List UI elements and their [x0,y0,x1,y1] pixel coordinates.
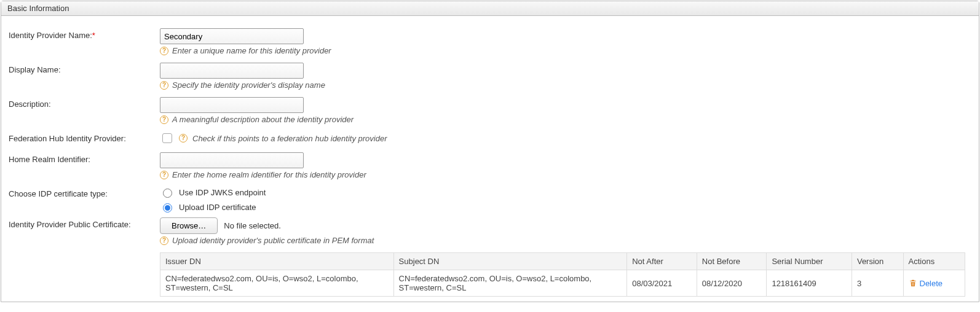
row-home-realm: Home Realm Identifier: ? Enter the home … [1,149,979,183]
browse-button[interactable]: Browse… [160,217,218,234]
row-idp-name: Identity Provider Name:* ? Enter a uniqu… [1,25,979,59]
row-description: Description: ? A meaningful description … [1,93,979,128]
form-body: Identity Provider Name:* ? Enter a uniqu… [1,16,979,302]
field-display-name: ? Specify the identity provider's displa… [160,63,971,90]
delete-action[interactable]: Delete [909,279,960,288]
radio-upload-item[interactable]: Upload IDP certificate [160,201,971,213]
help-icon[interactable]: ? [160,171,168,179]
label-idp-name: Identity Provider Name:* [9,28,160,40]
panel-title: Basic Information [1,1,979,16]
federation-hub-checkbox[interactable] [162,133,172,143]
hint-display-name: ? Specify the identity provider's displa… [160,80,971,90]
basic-information-panel: Basic Information Identity Provider Name… [1,1,979,302]
label-home-realm: Home Realm Identifier: [9,152,160,164]
field-home-realm: ? Enter the home realm identifier for th… [160,152,971,179]
cell-actions: Delete [903,270,965,297]
hint-home-realm-text: Enter the home realm identifier for this… [172,170,366,179]
cell-serial: 1218161409 [767,270,852,297]
col-subject-dn: Subject DN [393,253,627,270]
cert-table-header-row: Issuer DN Subject DN Not After Not Befor… [160,253,965,270]
radio-upload[interactable] [163,203,172,213]
no-file-label: No file selected. [224,221,281,230]
label-public-cert: Identity Provider Public Certificate: [9,217,160,229]
field-cert-type: Use IDP JWKS endpoint Upload IDP certifi… [160,187,971,213]
radio-jwks-item[interactable]: Use IDP JWKS endpoint [160,187,971,198]
row-public-cert: Identity Provider Public Certificate: Br… [1,216,979,249]
hint-display-name-text: Specify the identity provider's display … [172,80,325,90]
help-icon[interactable]: ? [160,81,168,90]
col-serial-number: Serial Number [767,253,852,270]
col-not-before: Not Before [697,253,767,270]
cell-not-before: 08/12/2020 [697,270,767,297]
radio-upload-label: Upload IDP certificate [179,203,256,212]
required-star-icon: * [92,31,95,40]
col-issuer-dn: Issuer DN [160,253,394,270]
help-icon[interactable]: ? [160,236,168,245]
home-realm-input[interactable] [160,152,304,168]
label-description: Description: [9,97,160,109]
cert-table: Issuer DN Subject DN Not After Not Befor… [160,252,965,297]
idp-name-input[interactable] [160,28,304,44]
hint-idp-name: ? Enter a unique name for this identity … [160,46,971,55]
hint-idp-name-text: Enter a unique name for this identity pr… [172,46,331,55]
cell-issuer-dn: CN=federatedwso2.com, OU=is, O=wso2, L=c… [160,270,394,297]
label-cert-type: Choose IDP certificate type: [9,187,160,198]
radio-jwks-label: Use IDP JWKS endpoint [179,188,266,197]
hint-federation-hub-text: Check if this points to a federation hub… [192,134,387,143]
label-display-name: Display Name: [9,63,160,74]
radio-jwks[interactable] [163,189,172,198]
help-icon[interactable]: ? [160,115,168,124]
row-display-name: Display Name: ? Specify the identity pro… [1,59,979,93]
hint-description: ? A meaningful description about the ide… [160,115,971,124]
table-row: CN=federatedwso2.com, OU=is, O=wso2, L=c… [160,270,965,297]
help-icon[interactable]: ? [160,47,168,55]
field-idp-name: ? Enter a unique name for this identity … [160,28,971,55]
col-actions: Actions [903,253,965,270]
row-cert-type: Choose IDP certificate type: Use IDP JWK… [1,183,979,216]
hint-public-cert-text: Upload identity provider's public certif… [172,236,374,245]
field-public-cert: Browse… No file selected. ? Upload ident… [160,217,971,245]
hint-home-realm: ? Enter the home realm identifier for th… [160,170,971,179]
col-version: Version [852,253,903,270]
field-description: ? A meaningful description about the ide… [160,97,971,124]
display-name-input[interactable] [160,63,304,79]
cell-not-after: 08/03/2021 [627,270,697,297]
trash-icon [909,279,917,287]
hint-description-text: A meaningful description about the ident… [172,115,354,124]
field-federation-hub: ? Check if this points to a federation h… [160,131,971,145]
label-federation-hub: Federation Hub Identity Provider: [9,131,160,143]
label-idp-name-text: Identity Provider Name: [9,31,92,40]
delete-link[interactable]: Delete [920,279,943,288]
help-icon[interactable]: ? [179,134,188,142]
row-federation-hub: Federation Hub Identity Provider: ? Chec… [1,128,979,149]
cell-version: 3 [852,270,903,297]
col-not-after: Not After [627,253,697,270]
cell-subject-dn: CN=federatedwso2.com, OU=is, O=wso2, L=c… [393,270,627,297]
cert-table-wrap: Issuer DN Subject DN Not After Not Befor… [1,252,979,297]
description-input[interactable] [160,97,304,113]
hint-public-cert: ? Upload identity provider's public cert… [160,236,971,245]
